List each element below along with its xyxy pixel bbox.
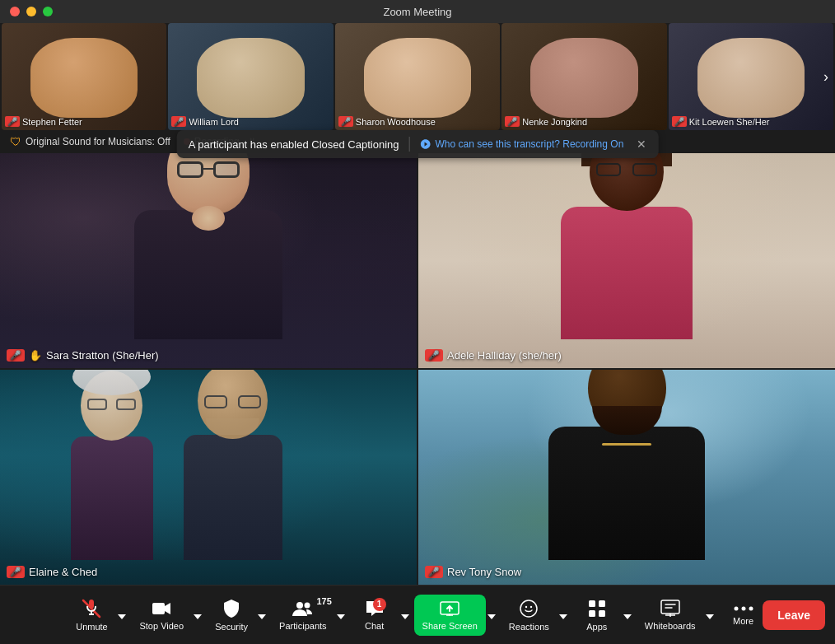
chat-caret[interactable] — [399, 604, 411, 626]
thumbnail-name-nenke: 🎤 Nenke Jongkind — [505, 116, 587, 127]
minimize-button[interactable] — [26, 7, 36, 16]
maximize-button[interactable] — [43, 7, 53, 16]
sara-mic-off: 🎤 — [7, 349, 25, 362]
thumbnail-strip: 🎤 Stephen Fetter 🎤 William Lord 🎤 Sharon… — [0, 23, 835, 130]
thumbnail-name-kit: 🎤 Kit Loewen She/Her — [672, 116, 770, 127]
notification-message: A participant has enabled Closed Caption… — [189, 138, 399, 151]
chat-icon-wrap: 1 — [365, 600, 385, 618]
unmute-button[interactable]: Unmute — [67, 594, 116, 637]
whiteboards-label: Whiteboards — [645, 621, 696, 631]
svg-rect-13 — [599, 600, 605, 607]
chat-label: Chat — [365, 621, 384, 631]
traffic-lights — [10, 7, 53, 16]
security-caret[interactable] — [256, 604, 268, 626]
notification-banner: A participant has enabled Closed Caption… — [177, 130, 659, 158]
sara-glasses-left — [177, 161, 203, 178]
ched-body — [184, 435, 282, 560]
apps-icon — [587, 599, 607, 618]
svg-rect-16 — [661, 600, 679, 614]
apps-button[interactable]: Apps — [572, 594, 622, 637]
strip-next-arrow[interactable]: › — [823, 68, 828, 86]
participant-count: 175 — [316, 596, 331, 606]
participants-icon — [292, 600, 314, 618]
share-caret[interactable] — [486, 604, 497, 626]
video-icon — [152, 600, 171, 618]
stop-video-label: Stop Video — [139, 621, 184, 631]
ched-figure — [175, 370, 291, 560]
more-label: More — [733, 616, 753, 626]
share-screen-label: Share Screen — [422, 621, 478, 631]
svg-point-11 — [530, 605, 532, 607]
sara-glasses-right — [213, 161, 240, 178]
tony-figure — [540, 370, 713, 560]
ched-glasses-right — [238, 395, 261, 408]
svg-point-10 — [525, 605, 527, 607]
elaine-glasses-right — [116, 399, 136, 410]
reactions-caret[interactable] — [557, 604, 569, 626]
reactions-label: Reactions — [509, 622, 549, 632]
svg-point-5 — [304, 602, 310, 608]
svg-point-19 — [734, 606, 738, 610]
notification-link[interactable]: Who can see this transcript? Recording O… — [420, 138, 624, 150]
elaine-glasses-left — [87, 399, 107, 410]
notification-close-button[interactable]: ✕ — [637, 138, 646, 151]
svg-rect-3 — [152, 603, 165, 614]
reactions-icon — [519, 599, 539, 618]
svg-rect-14 — [589, 610, 595, 617]
thumbnail-sharon[interactable]: 🎤 Sharon Woodhouse — [335, 23, 500, 130]
sara-head — [167, 153, 250, 214]
elaine-hair — [72, 370, 151, 395]
elaine-label: 🎤 Elaine & Ched — [7, 566, 97, 578]
adele-figure — [544, 153, 709, 339]
thumbnail-name-william: 🎤 William Lord — [171, 116, 239, 127]
share-screen-button[interactable]: Share Screen — [414, 595, 486, 636]
participants-label: Participants — [279, 621, 326, 631]
thumbnail-stephen[interactable]: 🎤 Stephen Fetter — [2, 23, 166, 130]
reactions-button[interactable]: Reactions — [501, 594, 557, 637]
tony-mic-off: 🎤 — [425, 566, 443, 578]
chat-button[interactable]: 1 Chat — [350, 595, 399, 636]
whiteboards-button[interactable]: Whiteboards — [637, 595, 704, 636]
notification-divider — [409, 137, 410, 152]
unmute-caret[interactable] — [116, 604, 128, 626]
participants-button[interactable]: 175 Participants — [271, 595, 334, 636]
adele-mic-off: 🎤 — [425, 349, 443, 362]
svg-point-9 — [520, 600, 537, 617]
ched-beard — [206, 418, 259, 435]
toolbar-items: Unmute Stop Video Security — [67, 594, 767, 637]
more-button[interactable]: More — [719, 600, 768, 631]
wb-caret[interactable] — [704, 604, 716, 626]
elaine-head — [81, 371, 142, 441]
adele-glasses-left — [596, 163, 621, 176]
unmute-label: Unmute — [76, 622, 108, 632]
thumbnail-kit[interactable]: 🎤 Kit Loewen She/Her — [669, 23, 833, 130]
tony-label: 🎤 Rev Tony Snow — [425, 566, 521, 578]
video-caret[interactable] — [192, 604, 203, 626]
participants-icon-wrap: 175 — [292, 600, 314, 618]
video-grid: 🎤 ✋ Sara Stratton (She/Her) 🎤 Adele Hall… — [0, 153, 835, 585]
adele-glasses-right — [632, 163, 657, 176]
whiteboards-icon — [660, 600, 680, 618]
title-bar: Zoom Meeting — [0, 0, 835, 23]
participants-caret[interactable] — [335, 604, 347, 626]
security-button[interactable]: Security — [207, 594, 256, 637]
window-title: Zoom Meeting — [383, 6, 451, 18]
apps-label: Apps — [586, 622, 607, 632]
video-cell-tony: 🎤 Rev Tony Snow — [418, 370, 835, 585]
leave-button[interactable]: Leave — [763, 600, 825, 630]
sara-hand — [192, 206, 225, 231]
adele-label: 🎤 Adele Halliday (she/her) — [425, 349, 562, 362]
toolbar: Unmute Stop Video Security — [0, 585, 835, 644]
stop-video-button[interactable]: Stop Video — [131, 595, 192, 636]
svg-rect-12 — [589, 600, 595, 607]
sara-figure — [126, 153, 291, 339]
thumbnail-nenke[interactable]: 🎤 Nenke Jongkind — [501, 23, 666, 130]
apps-caret[interactable] — [622, 604, 633, 626]
video-cell-sara: 🎤 ✋ Sara Stratton (She/Her) — [0, 153, 417, 368]
thumbnail-william[interactable]: 🎤 William Lord — [168, 23, 333, 130]
shield-icon: 🛡 — [10, 135, 21, 148]
close-button[interactable] — [10, 7, 20, 16]
video-cell-elaine: 🎤 Elaine & Ched — [0, 370, 417, 585]
mic-icon-wrap — [82, 599, 101, 618]
share-screen-icon — [440, 600, 459, 618]
